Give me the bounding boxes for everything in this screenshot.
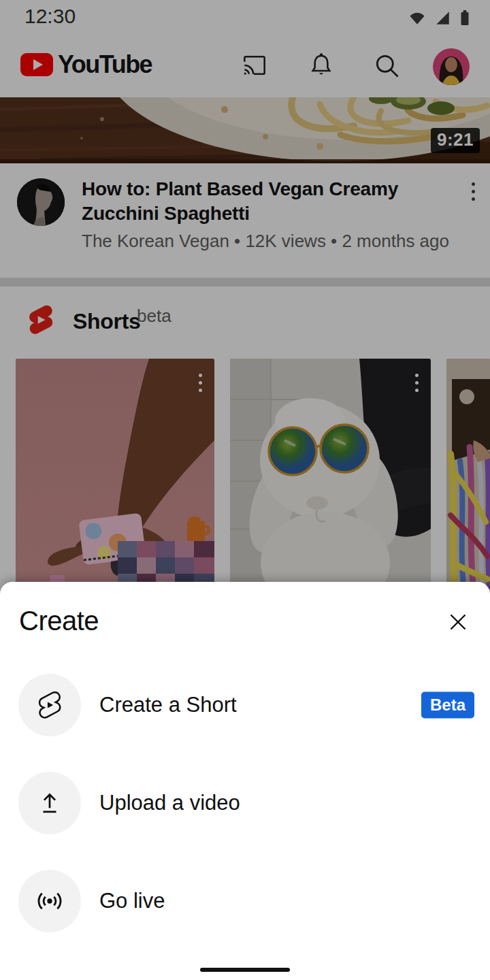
menu-item-create-short[interactable]: Create a Short Beta [0, 674, 490, 736]
sheet-title: Create [19, 606, 99, 636]
menu-item-upload-video[interactable]: Upload a video [0, 772, 490, 834]
youtube-app-screen: 12:30 YouTube [0, 0, 490, 980]
menu-item-go-live[interactable]: Go live [0, 870, 490, 932]
upload-icon [18, 772, 81, 834]
shorts-outline-icon [18, 674, 81, 736]
menu-item-label: Go live [99, 889, 165, 913]
beta-badge: Beta [421, 692, 474, 719]
menu-item-label: Create a Short [99, 693, 237, 717]
close-icon[interactable] [445, 609, 471, 635]
create-bottom-sheet: Create Create a Short Beta [0, 582, 490, 980]
menu-item-label: Upload a video [99, 791, 240, 815]
home-indicator-bar[interactable] [200, 968, 290, 972]
go-live-icon [18, 870, 81, 932]
